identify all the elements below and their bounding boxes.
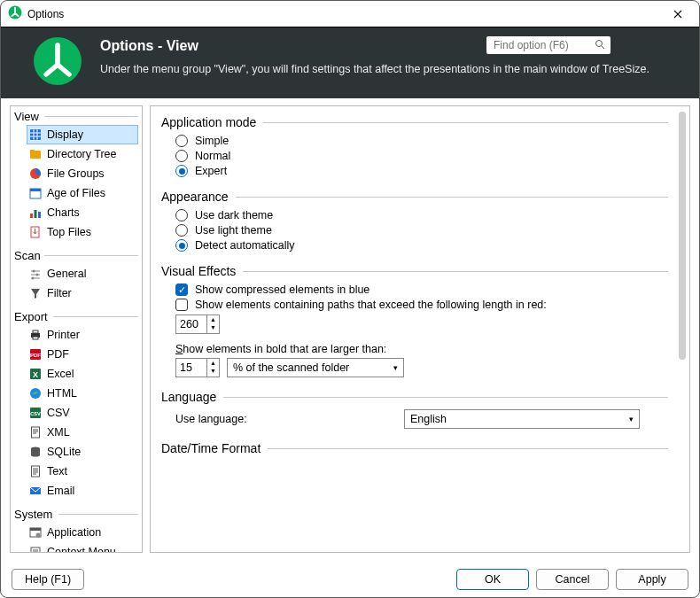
- tree-group-label: Export: [11, 308, 142, 323]
- svg-point-14: [36, 274, 39, 276]
- pdf-icon: PDF: [29, 348, 42, 361]
- apply-button[interactable]: Apply: [616, 569, 688, 590]
- window-gear-icon: [29, 526, 42, 539]
- sliders-icon: [29, 268, 42, 280]
- footer: Help (F1) OK Cancel Apply: [1, 560, 699, 598]
- bold-unit-select[interactable]: % of the scanned folder ▾: [227, 358, 404, 377]
- svg-text:X: X: [33, 370, 38, 379]
- menu-icon: [29, 546, 42, 553]
- tree-item-directory-tree[interactable]: Directory Tree: [27, 144, 138, 164]
- tree-group-label: System: [11, 506, 142, 521]
- tree-item-label: Top Files: [47, 224, 91, 240]
- tree-item-text[interactable]: Text: [27, 462, 138, 481]
- svg-point-32: [36, 533, 41, 538]
- svg-rect-17: [33, 330, 38, 333]
- radio-icon: [175, 239, 188, 252]
- tree-item-file-groups[interactable]: File Groups: [27, 164, 138, 183]
- search-input-wrap[interactable]: [486, 36, 611, 54]
- language-label: Use language:: [175, 413, 397, 425]
- svg-rect-8: [30, 189, 41, 191]
- search-icon: [595, 39, 605, 52]
- tree-item-sqlite[interactable]: SQLite: [27, 442, 138, 462]
- tree-item-application[interactable]: Application: [27, 523, 138, 542]
- checkbox-icon: [175, 283, 188, 296]
- tree-item-email[interactable]: Email: [27, 481, 138, 501]
- svg-rect-26: [32, 427, 40, 438]
- tree-item-label: Age of Files: [47, 185, 105, 201]
- bold-percent-input[interactable]: [176, 359, 206, 377]
- tree-item-display[interactable]: Display: [27, 125, 138, 144]
- doc-lines-icon: [29, 465, 42, 478]
- section-datetime: Date/Time Format: [161, 441, 668, 455]
- bold-threshold-label: Show elements in bold that are larger th…: [175, 343, 668, 355]
- section-language: Language Use language: English ▾: [161, 390, 668, 429]
- svg-text:PDF: PDF: [30, 353, 41, 358]
- svg-rect-18: [33, 337, 38, 339]
- doc-icon: [29, 426, 42, 439]
- tree-item-html[interactable]: HTML: [27, 384, 138, 403]
- checkbox-show-exceed[interactable]: Show elements containing paths that exce…: [175, 299, 668, 311]
- printer-icon: [29, 329, 42, 341]
- exceed-length-spin[interactable]: ▲▼: [175, 315, 220, 334]
- help-button[interactable]: Help (F1): [12, 569, 84, 590]
- close-icon: [673, 10, 682, 19]
- tree-item-xml[interactable]: XML: [27, 423, 138, 442]
- tree-item-csv[interactable]: CSVCSV: [27, 403, 138, 423]
- tree-item-pdf[interactable]: PDFPDF: [27, 345, 138, 364]
- radio-detect-automatically[interactable]: Detect automatically: [175, 239, 668, 252]
- tree-item-printer[interactable]: Printer: [27, 325, 138, 345]
- tree-group-label: Scan: [11, 247, 142, 262]
- spin-down-icon[interactable]: ▼: [207, 367, 219, 375]
- checkbox-show-compressed[interactable]: Show compressed elements in blue: [175, 283, 668, 296]
- radio-use-light-theme[interactable]: Use light theme: [175, 224, 668, 237]
- select-value: English: [410, 413, 447, 425]
- ok-button[interactable]: OK: [456, 569, 529, 590]
- tree-item-label: Context Menu: [47, 544, 116, 553]
- exceed-length-input[interactable]: [176, 315, 206, 333]
- svg-rect-31: [30, 528, 41, 531]
- radio-label: Simple: [195, 135, 229, 147]
- tree-item-label: PDF: [47, 346, 69, 362]
- radio-icon: [175, 165, 188, 177]
- tree-item-charts[interactable]: Charts: [27, 203, 138, 222]
- title-bar: Options: [1, 1, 699, 27]
- scrollbar[interactable]: [679, 112, 686, 360]
- tree-item-label: Filter: [47, 285, 72, 301]
- tree-item-age-of-files[interactable]: Age of Files: [27, 183, 138, 203]
- radio-label: Use dark theme: [195, 209, 273, 221]
- tree-item-excel[interactable]: XExcel: [27, 364, 138, 384]
- spin-down-icon[interactable]: ▼: [207, 323, 219, 331]
- radio-normal[interactable]: Normal: [175, 150, 668, 162]
- tree-item-label: Charts: [47, 205, 80, 221]
- csv-icon: CSV: [29, 407, 42, 419]
- radio-simple[interactable]: Simple: [175, 135, 668, 147]
- search-input[interactable]: [492, 38, 591, 52]
- close-button[interactable]: [664, 4, 692, 25]
- radio-expert[interactable]: Expert: [175, 165, 668, 177]
- language-select[interactable]: English ▾: [404, 409, 640, 429]
- tree-item-label: SQLite: [47, 444, 81, 460]
- svg-text:CSV: CSV: [30, 411, 41, 416]
- tree-item-context-menu[interactable]: Context Menu: [27, 542, 138, 553]
- radio-label: Normal: [195, 150, 230, 162]
- svg-rect-5: [30, 150, 35, 152]
- svg-rect-10: [35, 210, 37, 218]
- radio-use-dark-theme[interactable]: Use dark theme: [175, 209, 668, 221]
- tree-item-label: Excel: [47, 366, 74, 382]
- header-subtitle: Under the menu group "View", you will fi…: [100, 63, 685, 75]
- cancel-button[interactable]: Cancel: [536, 569, 609, 590]
- spin-up-icon[interactable]: ▲: [207, 359, 219, 367]
- grid-icon: [29, 128, 42, 141]
- svg-point-2: [596, 40, 603, 46]
- section-appearance: Appearance Use dark themeUse light theme…: [161, 190, 668, 252]
- doc-arrow-icon: [29, 226, 42, 238]
- bold-percent-spin[interactable]: ▲▼: [175, 358, 220, 377]
- tree-item-top-files[interactable]: Top Files: [27, 222, 138, 242]
- checkbox-icon: [175, 299, 188, 311]
- tree-item-filter[interactable]: Filter: [27, 283, 138, 303]
- tree-item-label: CSV: [47, 405, 70, 421]
- content-panel: Application mode SimpleNormalExpert Appe…: [150, 105, 690, 553]
- spin-up-icon[interactable]: ▲: [207, 315, 219, 323]
- tree-item-general[interactable]: General: [27, 264, 138, 283]
- funnel-icon: [29, 287, 42, 299]
